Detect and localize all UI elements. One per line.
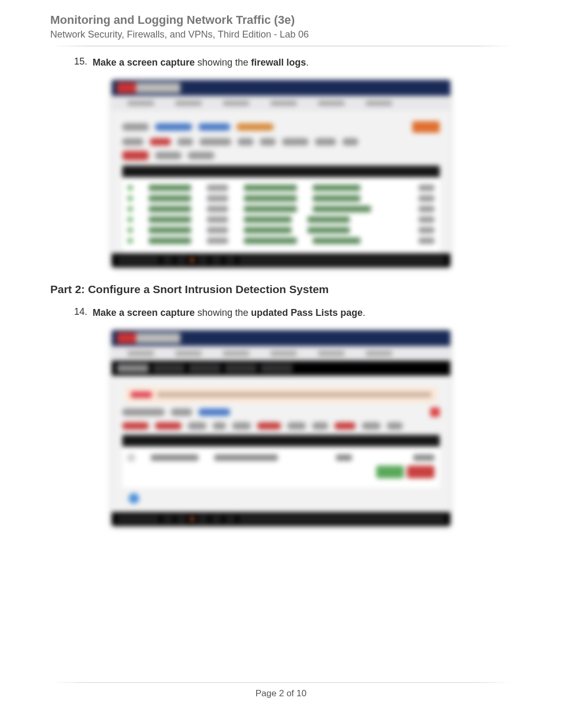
item-middle: showing the — [195, 57, 251, 68]
document-page: Monitoring and Logging Network Traffic (… — [0, 0, 562, 728]
item-middle: showing the — [195, 307, 251, 318]
item-tail: . — [362, 307, 365, 318]
item-tail: . — [306, 57, 309, 68]
item-number: 15. — [61, 56, 93, 67]
page-title: Monitoring and Logging Network Traffic (… — [50, 13, 512, 27]
item-text: Make a screen capture showing the firewa… — [93, 56, 309, 69]
list-item: 14. Make a screen capture showing the up… — [50, 306, 512, 320]
footer-divider — [50, 682, 512, 683]
screenshot-image — [112, 80, 450, 267]
item-lead-bold: Make a screen capture — [93, 307, 195, 318]
item-tail-bold: firewall logs — [251, 57, 306, 68]
page-subtitle: Network Security, Firewalls, and VPNs, T… — [50, 29, 512, 40]
screenshot-pass-lists — [50, 330, 512, 526]
section-heading: Part 2: Configure a Snort Intrusion Dete… — [50, 283, 512, 296]
list-item: 15. Make a screen capture showing the fi… — [50, 56, 512, 69]
content-area: 15. Make a screen capture showing the fi… — [50, 56, 512, 526]
item-lead-bold: Make a screen capture — [93, 57, 195, 68]
item-text: Make a screen capture showing the update… — [93, 306, 365, 320]
page-number: Page 2 of 10 — [0, 688, 562, 699]
screenshot-firewall-logs — [50, 80, 512, 267]
header-divider — [50, 46, 512, 47]
item-number: 14. — [61, 306, 93, 317]
screenshot-image — [112, 330, 450, 526]
item-tail-bold: updated Pass Lists page — [251, 307, 362, 318]
